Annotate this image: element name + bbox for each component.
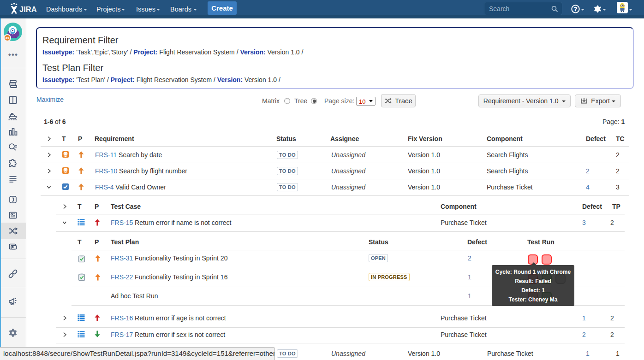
- svg-text:?: ?: [574, 6, 578, 12]
- svg-text:<>: <>: [5, 36, 10, 40]
